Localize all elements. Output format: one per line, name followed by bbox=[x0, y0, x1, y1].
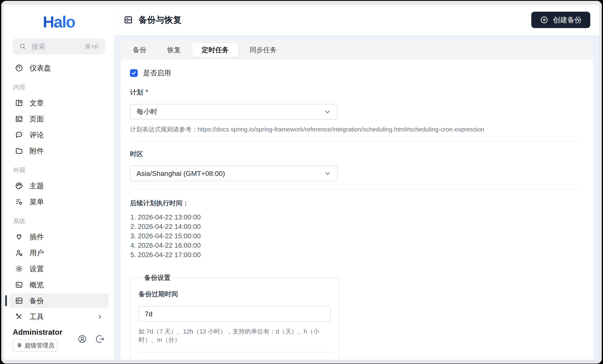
app-window: Halo ⌘+K 仪表盘 内容 bbox=[4, 4, 599, 360]
gear-icon bbox=[15, 265, 23, 273]
next-runs-title: 后续计划执行时间： bbox=[130, 199, 584, 208]
schedule-label: 计划 * bbox=[130, 88, 584, 97]
sidebar-item-label: 概览 bbox=[30, 280, 44, 290]
sidebar-item-themes[interactable]: 主题 bbox=[9, 178, 109, 193]
enable-row: 是否启用 bbox=[130, 66, 584, 88]
plug-icon bbox=[15, 232, 23, 241]
user-gear-icon bbox=[15, 249, 23, 257]
sidebar-item-attachments[interactable]: 附件 bbox=[9, 143, 109, 158]
nav-section-system: 系统 bbox=[13, 217, 105, 225]
schedule-label-text: 计划 bbox=[130, 88, 143, 97]
backup-settings-legend: 备份设置 bbox=[141, 273, 174, 282]
tabbar: 备份 恢复 定时任务 同步任务 bbox=[120, 41, 593, 59]
scheduled-tasks-panel: 是否启用 计划 * 每小时 计划表达式规则请参考：https://d bbox=[120, 59, 593, 360]
chevron-right-icon bbox=[96, 313, 103, 320]
tab-scheduled-tasks[interactable]: 定时任务 bbox=[192, 43, 238, 57]
chevron-down-icon bbox=[324, 108, 331, 115]
logout-button[interactable] bbox=[95, 334, 105, 344]
schedule-field: 计划 * 每小时 计划表达式规则请参考：https://docs.spring.… bbox=[130, 88, 584, 142]
schedule-help: 计划表达式规则请参考：https://docs.spring.io/spring… bbox=[130, 125, 584, 134]
sidebar-item-overview[interactable]: 概览 bbox=[9, 277, 109, 292]
halo-logo: Halo bbox=[43, 14, 75, 30]
archive-icon bbox=[123, 15, 133, 25]
tab-sync-tasks[interactable]: 同步任务 bbox=[240, 43, 286, 57]
sidebar-item-label: 设置 bbox=[30, 264, 44, 274]
next-run-item: 2026-04-22 17:00:00 bbox=[130, 250, 584, 259]
role-badge-label: 超级管理员 bbox=[25, 342, 54, 350]
schedule-select[interactable]: 每小时 bbox=[130, 104, 338, 120]
user-name: Administrator bbox=[13, 328, 62, 337]
article-icon bbox=[15, 99, 23, 107]
next-run-item: 2026-04-22 14:00:00 bbox=[130, 222, 584, 231]
window-frame: Halo ⌘+K 仪表盘 内容 bbox=[1, 1, 602, 364]
user-area: Administrator 超级管理员 bbox=[4, 323, 114, 360]
sidebar-item-pages[interactable]: 页面 bbox=[9, 111, 109, 126]
backup-settings-fieldset: 备份设置 备份过期时间 如 7d（7 天）、12h（12 小时），支持的单位有：… bbox=[130, 273, 339, 360]
user-circle-icon bbox=[77, 334, 87, 344]
sidebar-item-plugins[interactable]: 插件 bbox=[9, 230, 109, 244]
next-run-item: 2026-04-22 16:00:00 bbox=[130, 241, 584, 250]
sidebar-item-posts[interactable]: 文章 bbox=[9, 96, 109, 110]
sidebar-item-tools[interactable]: 工具 bbox=[9, 309, 109, 323]
plus-circle-icon bbox=[540, 16, 548, 24]
sidebar-item-settings[interactable]: 设置 bbox=[9, 261, 109, 276]
sidebar-item-users[interactable]: 用户 bbox=[9, 245, 109, 260]
expiry-field: 备份过期时间 如 7d（7 天）、12h（12 小时），支持的单位有：d（天）、… bbox=[139, 285, 331, 352]
sidebar-item-comments[interactable]: 评论 bbox=[9, 128, 109, 142]
next-run-item: 2026-04-22 15:00:00 bbox=[130, 232, 584, 241]
sidebar-item-dashboard[interactable]: 仪表盘 bbox=[9, 61, 109, 75]
search-box[interactable]: ⌘+K bbox=[13, 38, 105, 55]
required-mark: * bbox=[146, 88, 148, 97]
sidebar-item-label: 备份 bbox=[30, 296, 44, 306]
content-area: 备份 恢复 定时任务 同步任务 是否启用 bbox=[114, 35, 599, 360]
tools-icon bbox=[15, 312, 23, 321]
logo-wrap: Halo bbox=[4, 4, 114, 37]
folder-icon bbox=[15, 147, 23, 155]
schedule-select-value: 每小时 bbox=[137, 107, 157, 117]
expiry-label: 备份过期时间 bbox=[139, 290, 331, 299]
sidebar-item-label: 插件 bbox=[30, 232, 44, 242]
palette-icon bbox=[15, 182, 23, 190]
sidebar-item-backup[interactable]: 备份 bbox=[9, 293, 109, 308]
sidebar-item-label: 附件 bbox=[30, 146, 44, 156]
gauge-icon bbox=[15, 64, 23, 72]
timezone-select-value: Asia/Shanghai (GMT+08:00) bbox=[137, 169, 225, 177]
search-shortcut: ⌘+K bbox=[85, 43, 99, 50]
create-backup-label: 创建备份 bbox=[553, 15, 582, 25]
backup-card: 备份 恢复 定时任务 同步任务 是否启用 bbox=[120, 41, 593, 360]
timezone-select[interactable]: Asia/Shanghai (GMT+08:00) bbox=[130, 166, 338, 181]
sidebar: Halo ⌘+K 仪表盘 内容 bbox=[4, 4, 114, 360]
terminal-icon bbox=[15, 280, 23, 289]
main-area: 备份与恢复 创建备份 备份 恢复 定时任务 同步任务 bbox=[114, 4, 599, 360]
next-runs-list: 2026-04-22 13:00:00 2026-04-22 14:00:00 … bbox=[130, 213, 584, 259]
nav-section-appearance: 外观 bbox=[13, 166, 105, 175]
sidebar-item-label: 用户 bbox=[30, 248, 44, 258]
enable-label: 是否启用 bbox=[143, 68, 171, 78]
tab-restore[interactable]: 恢复 bbox=[158, 43, 190, 57]
comment-icon bbox=[15, 131, 23, 139]
timezone-label-text: 时区 bbox=[130, 150, 143, 159]
retention-field: 成功记录保留份数 设置之后会自动清理较旧的备份，设置为 0 即不限制 bbox=[139, 352, 331, 360]
timezone-field: 时区 Asia/Shanghai (GMT+08:00) bbox=[130, 150, 584, 189]
expiry-help: 如 7d（7 天）、12h（12 小时），支持的单位有：d（天）、h（小时）、m… bbox=[139, 327, 331, 344]
create-backup-button[interactable]: 创建备份 bbox=[531, 12, 590, 28]
shield-user-icon bbox=[16, 342, 23, 349]
menu-gear-icon bbox=[15, 198, 23, 206]
sidebar-item-menus[interactable]: 菜单 bbox=[9, 195, 109, 209]
nav-section-content: 内容 bbox=[13, 83, 105, 91]
enable-checkbox[interactable] bbox=[130, 69, 138, 77]
profile-button[interactable] bbox=[77, 334, 87, 344]
role-badge: 超级管理员 bbox=[13, 340, 58, 352]
expiry-label-text: 备份过期时间 bbox=[139, 290, 178, 299]
title-wrap: 备份与恢复 bbox=[123, 14, 182, 26]
next-runs-block: 后续计划执行时间： 2026-04-22 13:00:00 2026-04-22… bbox=[130, 197, 584, 262]
page-header: 备份与恢复 创建备份 bbox=[114, 4, 599, 35]
user-actions bbox=[77, 334, 105, 346]
search-input[interactable] bbox=[32, 43, 80, 51]
sidebar-item-label: 仪表盘 bbox=[30, 63, 51, 73]
page-icon bbox=[15, 115, 23, 123]
sidebar-item-label: 工具 bbox=[30, 312, 44, 322]
sidebar-item-label: 菜单 bbox=[30, 197, 44, 207]
tab-backup[interactable]: 备份 bbox=[123, 43, 156, 57]
expiry-input[interactable] bbox=[139, 306, 331, 322]
